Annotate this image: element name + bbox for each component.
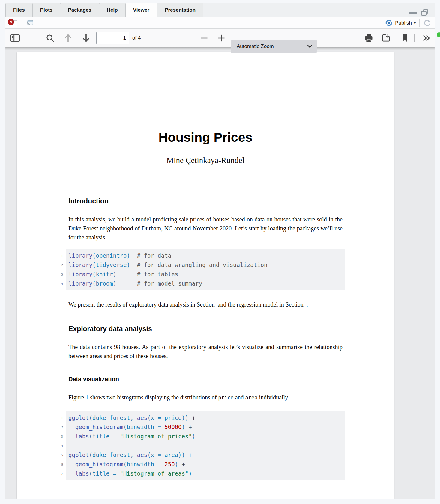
pdf-toolbar: of 4 Automatic Zoom <box>5 29 435 47</box>
print-button[interactable] <box>364 34 373 43</box>
code-line: 2library(tidyverse) # for data wrangling… <box>68 260 345 270</box>
bookmark-button[interactable] <box>401 34 408 42</box>
sidebar-notification-dot <box>437 32 440 37</box>
code-block-libraries: 1library(openintro) # for data2library(t… <box>66 249 345 290</box>
code-line: 5ggplot(duke_forest, aes(x = area)) + <box>68 450 345 460</box>
zoom-select-label: Automatic Zoom <box>237 43 274 49</box>
line-number: 7 <box>55 469 63 478</box>
code-line: 1library(openintro) # for data <box>68 251 345 260</box>
publish-button[interactable]: Publish ▾ <box>385 19 416 27</box>
code-block-ggplot: 1ggplot(duke_forest, aes(x = price)) +2 … <box>66 411 345 480</box>
page-down-button[interactable] <box>82 33 90 43</box>
tab-viewer[interactable]: Viewer <box>125 3 157 17</box>
separator <box>213 34 213 42</box>
pdf-viewer-body[interactable]: Housing Prices Mine Çetinkaya-Rundel Int… <box>5 47 435 499</box>
chevron-down-icon <box>307 44 312 49</box>
tab-help[interactable]: Help <box>99 3 126 17</box>
publish-icon <box>385 19 393 27</box>
zoom-in-button[interactable] <box>217 34 225 42</box>
refresh-button[interactable] <box>423 19 431 27</box>
line-number: 2 <box>55 422 63 432</box>
pane-tabbar: Files Plots Packages Help Viewer Present… <box>5 3 435 17</box>
document-title: Housing Prices <box>68 130 343 145</box>
dataviz-paragraph: Figure 1 shows two histograms displaying… <box>68 393 343 402</box>
viewer-toolbar-right: Publish ▾ <box>385 19 431 27</box>
line-number: 5 <box>55 450 63 460</box>
code-line: 2 geom_histogram(binwidth = 50000) + <box>68 422 345 432</box>
tab-plots[interactable]: Plots <box>32 3 61 17</box>
popout-button[interactable] <box>25 19 34 27</box>
tab-files[interactable]: Files <box>5 3 33 17</box>
subsection-heading-data-visualization: Data visualization <box>68 375 343 383</box>
rstudio-window: Files Plots Packages Help Viewer Present… <box>0 0 440 504</box>
eda-paragraph: The data contains 98 houses. As part of … <box>68 342 343 360</box>
zoom-out-button[interactable] <box>200 34 208 42</box>
separator <box>419 19 420 27</box>
page-count-label: of 4 <box>132 35 141 41</box>
code-line: 7 labs(title = "Histogram of areas") <box>68 469 345 478</box>
line-number: 1 <box>55 413 63 422</box>
viewer-pane: Files Plots Packages Help Viewer Present… <box>5 3 435 499</box>
code-line: 3 labs(title = "Histogram of prices") <box>68 432 345 441</box>
find-button[interactable] <box>46 34 55 43</box>
line-number: 6 <box>55 460 63 469</box>
code-line: 1ggplot(duke_forest, aes(x = price)) + <box>68 413 345 422</box>
minimize-icon[interactable] <box>409 10 417 17</box>
separator <box>22 19 22 27</box>
code-line: 3library(knitr) # for tables <box>68 270 345 279</box>
figure-link[interactable]: 1 <box>85 394 88 401</box>
present-paragraph: We present the results of exploratory da… <box>68 300 343 309</box>
zoom-select[interactable]: Automatic Zoom <box>231 40 317 53</box>
more-tools-button[interactable] <box>422 34 431 42</box>
code-line: 4 <box>68 441 345 450</box>
publish-caret-icon: ▾ <box>414 21 416 25</box>
clear-viewer-icon: ✕ <box>8 19 14 25</box>
line-number: 3 <box>55 270 63 279</box>
save-button[interactable] <box>381 34 391 43</box>
document-author: Mine Çetinkaya-Rundel <box>68 156 343 165</box>
separator <box>414 34 415 42</box>
code-line: 4library(broom) # for model summary <box>68 279 345 288</box>
viewer-toolbar: ✕ <box>5 17 435 29</box>
section-heading-eda: Exploratory data analysis <box>68 325 343 333</box>
pane-window-controls <box>409 9 429 17</box>
intro-paragraph: In this analysis, we build a model predi… <box>68 215 343 242</box>
line-number: 1 <box>55 251 63 260</box>
separator <box>78 34 78 42</box>
page-number-input[interactable] <box>96 32 129 44</box>
publish-label: Publish <box>395 20 412 26</box>
line-number: 2 <box>55 260 63 270</box>
pdf-page: Housing Prices Mine Çetinkaya-Rundel Int… <box>17 52 394 499</box>
code-line: 6 geom_histogram(binwidth = 250) + <box>68 460 345 469</box>
maximize-icon[interactable] <box>421 9 429 17</box>
line-number: 4 <box>55 441 63 450</box>
page-up-button[interactable] <box>64 33 72 43</box>
line-number: 4 <box>55 279 63 288</box>
section-heading-introduction: Introduction <box>68 197 343 205</box>
tab-packages[interactable]: Packages <box>60 3 99 17</box>
clear-viewer-button[interactable]: ✕ <box>8 19 18 28</box>
line-number: 3 <box>55 432 63 441</box>
tab-presentation[interactable]: Presentation <box>157 3 203 17</box>
